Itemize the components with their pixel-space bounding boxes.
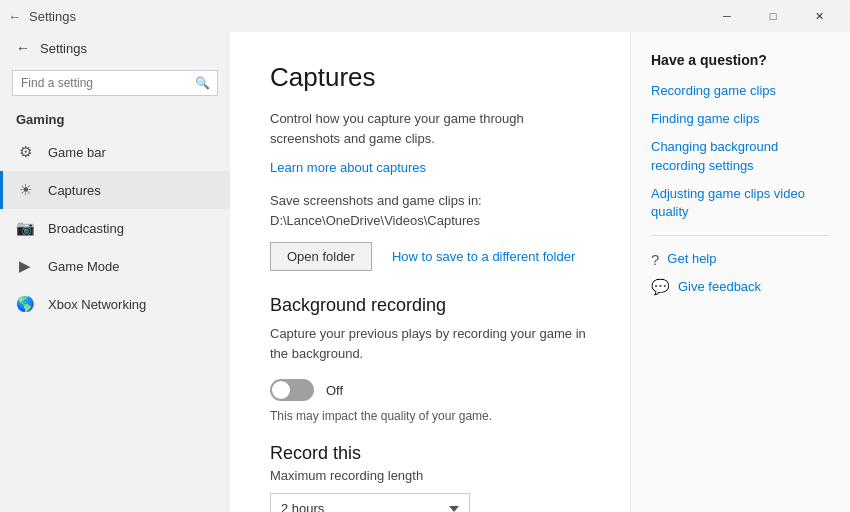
title-bar-controls: ─ □ ✕	[704, 0, 842, 32]
captures-icon: ☀	[16, 181, 34, 199]
sidebar-item-game-bar[interactable]: ⚙ Game bar	[0, 133, 230, 171]
bg-recording-title: Background recording	[270, 295, 590, 316]
title-bar: ← Settings ─ □ ✕	[0, 0, 850, 32]
max-recording-length-dropdown[interactable]: 30 minutes 1 hour 2 hours 4 hours	[270, 493, 470, 512]
sidebar-item-label: Game Mode	[48, 259, 120, 274]
sidebar: ← Settings 🔍 Gaming ⚙ Game bar ☀ Capture…	[0, 32, 230, 512]
back-arrow-icon: ←	[16, 40, 30, 56]
give-feedback-link[interactable]: Give feedback	[678, 278, 761, 296]
get-help-row[interactable]: ? Get help	[651, 250, 830, 268]
app-body: ← Settings 🔍 Gaming ⚙ Game bar ☀ Capture…	[0, 32, 850, 512]
toggle-state-label: Off	[326, 383, 343, 398]
sidebar-section-title: Gaming	[0, 102, 230, 133]
toggle-knob	[272, 381, 290, 399]
sidebar-item-label: Game bar	[48, 145, 106, 160]
how-to-save-link[interactable]: How to save to a different folder	[392, 249, 575, 264]
toggle-row: Off	[270, 379, 590, 401]
toggle-note: This may impact the quality of your game…	[270, 409, 590, 423]
give-feedback-row[interactable]: 💬 Give feedback	[651, 278, 830, 296]
right-panel: Have a question? Recording game clips Fi…	[630, 32, 850, 512]
record-this-subtitle: Maximum recording length	[270, 468, 590, 483]
broadcasting-icon: 📷	[16, 219, 34, 237]
back-arrow-icon[interactable]: ←	[8, 9, 21, 24]
sidebar-item-game-mode[interactable]: ▶ Game Mode	[0, 247, 230, 285]
rp-link-video-quality[interactable]: Adjusting game clips video quality	[651, 185, 830, 221]
rp-link-recording-clips[interactable]: Recording game clips	[651, 82, 830, 100]
rp-link-finding-clips[interactable]: Finding game clips	[651, 110, 830, 128]
record-this-title: Record this	[270, 443, 590, 464]
maximize-button[interactable]: □	[750, 0, 796, 32]
sidebar-back-label: Settings	[40, 41, 87, 56]
sidebar-item-captures[interactable]: ☀ Captures	[0, 171, 230, 209]
sidebar-item-label: Xbox Networking	[48, 297, 146, 312]
open-folder-button[interactable]: Open folder	[270, 242, 372, 271]
search-box: 🔍	[12, 70, 218, 96]
close-button[interactable]: ✕	[796, 0, 842, 32]
main-description: Control how you capture your game throug…	[270, 109, 590, 148]
background-recording-toggle[interactable]	[270, 379, 314, 401]
sidebar-back-button[interactable]: ← Settings	[0, 32, 230, 64]
get-help-icon: ?	[651, 251, 659, 268]
sidebar-item-broadcasting[interactable]: 📷 Broadcasting	[0, 209, 230, 247]
game-mode-icon: ▶	[16, 257, 34, 275]
search-icon: 🔍	[195, 76, 210, 90]
sidebar-item-xbox-networking[interactable]: 🌎 Xbox Networking	[0, 285, 230, 323]
title-bar-title: Settings	[29, 9, 76, 24]
right-panel-divider	[651, 235, 830, 236]
minimize-button[interactable]: ─	[704, 0, 750, 32]
bg-recording-desc: Capture your previous plays by recording…	[270, 324, 590, 363]
game-bar-icon: ⚙	[16, 143, 34, 161]
give-feedback-icon: 💬	[651, 278, 670, 296]
xbox-networking-icon: 🌎	[16, 295, 34, 313]
main-content: Captures Control how you capture your ga…	[230, 32, 630, 512]
learn-more-link[interactable]: Learn more about captures	[270, 160, 426, 175]
title-bar-left: ← Settings	[8, 9, 76, 24]
page-title: Captures	[270, 62, 590, 93]
sidebar-item-label: Broadcasting	[48, 221, 124, 236]
rp-link-changing-bg[interactable]: Changing background recording settings	[651, 138, 830, 174]
sidebar-item-label: Captures	[48, 183, 101, 198]
have-question-heading: Have a question?	[651, 52, 830, 68]
get-help-link[interactable]: Get help	[667, 250, 716, 268]
search-input[interactable]	[12, 70, 218, 96]
folder-row: Open folder How to save to a different f…	[270, 242, 590, 271]
save-path-text: Save screenshots and game clips in: D:\L…	[270, 191, 590, 230]
